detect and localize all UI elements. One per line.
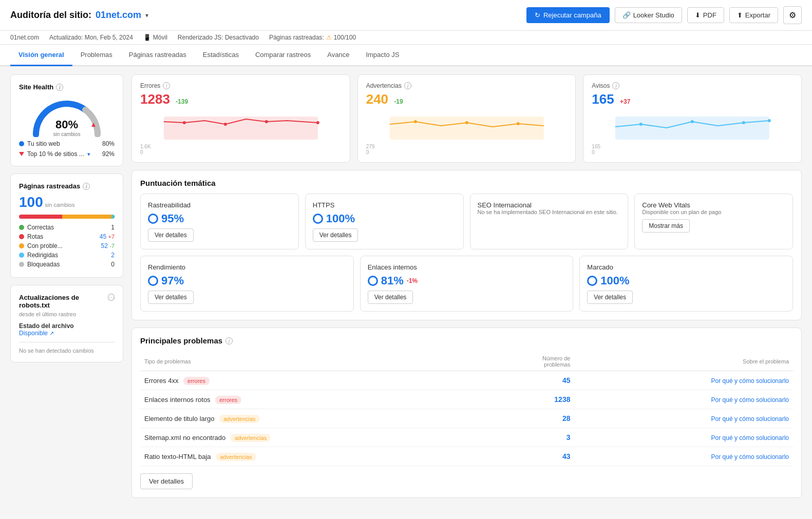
- audit-title: Auditoría del sitio:: [10, 10, 91, 21]
- problem-link[interactable]: Por qué y cómo solucionarlo: [574, 371, 793, 390]
- btn-marcado[interactable]: Ver detalles: [587, 291, 633, 304]
- legend-top10: Top 10 % de sitios ... ▾ 92%: [19, 150, 115, 158]
- tab-paginas-rastreadas[interactable]: Páginas rastreadas: [121, 45, 195, 66]
- metric-errors-label: Errores i: [140, 82, 342, 89]
- errors-info-icon[interactable]: i: [163, 82, 170, 89]
- triangle-top10-icon: [19, 152, 24, 156]
- problem-link[interactable]: Por qué y cómo solucionarlo: [574, 428, 793, 447]
- pb-ok: [114, 215, 115, 219]
- problem-badge: errores: [183, 377, 210, 385]
- metric-notices-value: 165 +37: [592, 91, 793, 107]
- dropdown-arrow-icon[interactable]: ▾: [145, 12, 148, 19]
- divider: [19, 342, 115, 342]
- tab-problemas[interactable]: Problemas: [72, 45, 121, 66]
- circle-rastreabilidad: [148, 214, 158, 224]
- col-type: Tipo de problemas: [140, 352, 483, 371]
- btn-enlaces[interactable]: Ver detalles: [368, 291, 413, 304]
- top10-dropdown[interactable]: ▾: [87, 151, 90, 158]
- pdf-icon: ⬇: [695, 11, 701, 19]
- rerun-icon: ↻: [535, 11, 540, 19]
- looker-studio-button[interactable]: 🔗 Looker Studio: [615, 7, 682, 23]
- export-label: Exportar: [745, 11, 770, 19]
- btn-https[interactable]: Ver detalles: [313, 228, 358, 242]
- looker-label: Looker Studio: [633, 11, 674, 19]
- metrics-row: Errores i 1283 -139 1: [131, 74, 802, 163]
- scores-grid-bottom: Rendimiento 97% Ver detalles Enlaces int…: [140, 256, 793, 312]
- warnings-info-icon[interactable]: i: [404, 82, 411, 89]
- pdf-button[interactable]: ⬇ PDF: [687, 7, 724, 23]
- table-row: Sitemap.xml no encontrado advertencias 3…: [140, 428, 793, 447]
- legend-my-site-label: Tu sitio web: [27, 140, 60, 147]
- problem-badge: advertencias: [219, 415, 259, 423]
- device-label: 📱 Móvil: [143, 34, 167, 41]
- export-button[interactable]: ⬆ Exportar: [729, 7, 778, 23]
- gauge-sublabel: sin cambios: [53, 131, 81, 137]
- tab-impacto-js[interactable]: Impacto JS: [357, 45, 407, 66]
- score-rendimiento: Rendimiento 97% Ver detalles: [140, 256, 354, 312]
- top-bar: Auditoría del sitio: 01net.com ▾ ↻ Rejec…: [0, 0, 812, 31]
- scores-grid-top: Rastreabilidad 95% Ver detalles HTTPS 10…: [140, 194, 793, 249]
- svg-rect-10: [615, 117, 769, 140]
- legend-top10-val: 92%: [102, 150, 115, 158]
- main-content: Site Health i 80% sin cambios: [0, 66, 812, 506]
- pb-issues: [62, 215, 112, 219]
- problem-type: Elemento de titulo largo advertencias: [140, 409, 483, 428]
- svg-point-9: [517, 122, 520, 125]
- score-core-web-vitals: Core Web Vitals Disponible con un plan d…: [634, 194, 793, 249]
- problem-badge: advertencias: [231, 434, 271, 442]
- notices-info-icon[interactable]: i: [612, 82, 619, 89]
- problem-link[interactable]: Por qué y cómo solucionarlo: [574, 390, 793, 409]
- tab-vision-general[interactable]: Visión general: [10, 45, 72, 66]
- circle-https: [313, 214, 323, 224]
- rerun-button[interactable]: ↻ Rejecutar campaña: [526, 7, 610, 23]
- btn-rastreabilidad[interactable]: Ver detalles: [148, 228, 194, 242]
- thematic-section: Puntuación temática Rastreabilidad 95% V…: [131, 170, 802, 320]
- pages-progress-bar: [19, 215, 115, 219]
- tab-comparar-rastreos[interactable]: Comparar rastreos: [247, 45, 319, 66]
- settings-button[interactable]: ⚙: [783, 6, 802, 24]
- tab-avance[interactable]: Avance: [319, 45, 357, 66]
- robots-subtitle: desde el último rastreo: [19, 311, 108, 317]
- archive-title: Estado del archivo: [19, 322, 115, 330]
- dot-redirected: [19, 253, 24, 258]
- notices-delta: +37: [620, 98, 630, 105]
- problem-badge: errores: [215, 396, 241, 404]
- gauge-container: 80% sin cambios: [31, 96, 103, 137]
- site-health-info-icon[interactable]: i: [56, 84, 63, 91]
- dot-broken: [19, 234, 24, 239]
- circle-enlaces: [368, 276, 378, 286]
- pages-crawled-label: Páginas rastreadas: ⚠ 100/100: [269, 34, 356, 41]
- svg-point-5: [316, 121, 319, 124]
- problem-count: 3: [483, 428, 575, 447]
- problem-type: Errores 4xx errores: [140, 371, 483, 390]
- problem-link[interactable]: Por qué y cómo solucionarlo: [574, 447, 793, 466]
- table-row: Ratio texto-HTML baja advertencias 43 Po…: [140, 447, 793, 466]
- pages-row-correctas: Correctas 1: [19, 223, 115, 232]
- problems-info-icon[interactable]: i: [225, 337, 233, 344]
- problem-link[interactable]: Por qué y cómo solucionarlo: [574, 409, 793, 428]
- nav-tabs: Visión general Problemas Páginas rastrea…: [0, 45, 812, 66]
- btn-cwv[interactable]: Mostrar más: [642, 219, 690, 233]
- problem-count: 43: [483, 447, 575, 466]
- score-https: HTTPS 100% Ver detalles: [305, 194, 464, 249]
- robots-info-icon[interactable]: ⋯: [108, 294, 115, 301]
- warnings-sparkline: 279 0: [366, 111, 568, 155]
- btn-problems-details[interactable]: Ver detalles: [140, 473, 193, 489]
- circle-rendimiento: [148, 276, 158, 286]
- archive-val: Disponible ↗: [19, 330, 115, 337]
- notices-sparkline: 165 0: [592, 111, 793, 155]
- domain-label: 01net.com: [10, 34, 39, 41]
- svg-rect-6: [390, 117, 544, 140]
- audit-site[interactable]: 01net.com: [96, 10, 141, 21]
- dot-my-site: [19, 141, 24, 146]
- problem-type: Enlaces internos rotos errores: [140, 390, 483, 409]
- tab-estadisticas[interactable]: Estadísticas: [195, 45, 247, 66]
- sub-header: 01net.com Actualizado: Mon, Feb 5, 2024 …: [0, 31, 812, 45]
- btn-rendimiento[interactable]: Ver detalles: [148, 291, 194, 304]
- problem-type: Sitemap.xml no encontrado advertencias: [140, 428, 483, 447]
- top-bar-right: ↻ Rejecutar campaña 🔗 Looker Studio ⬇ PD…: [526, 6, 802, 24]
- warnings-delta: -19: [394, 98, 403, 105]
- svg-point-3: [224, 123, 227, 126]
- pages-crawled-info-icon[interactable]: i: [83, 183, 90, 190]
- warning-icon: ⚠: [326, 34, 332, 41]
